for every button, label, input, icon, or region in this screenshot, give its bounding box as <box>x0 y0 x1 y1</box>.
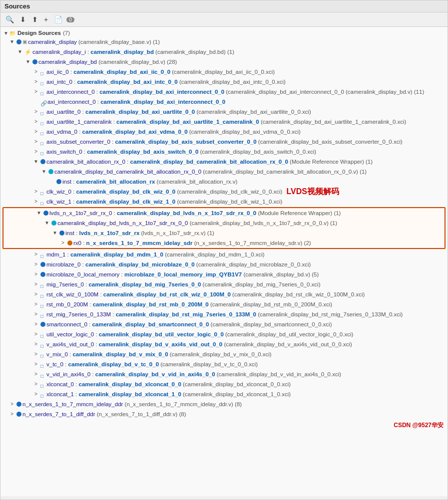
expander[interactable]: > <box>32 117 39 126</box>
tree-row[interactable]: > microblaze_0 : cameralink_display_bd_m… <box>0 259 448 269</box>
expander[interactable]: > <box>32 250 39 259</box>
expander[interactable]: > <box>32 260 39 269</box>
tree-row[interactable]: ▼ cameralink_display_bd_lvds_n_x_1to7_sd… <box>3 218 445 228</box>
tree-row[interactable]: > microblaze_0_local_memory : microblaze… <box>0 269 448 279</box>
expander[interactable]: ▼ <box>43 219 50 228</box>
expander[interactable]: > <box>32 107 39 116</box>
tree-row[interactable]: > □ mdm_1 : cameralink_display_bd_mdm_1_… <box>0 250 448 259</box>
expander <box>32 97 39 106</box>
expander[interactable]: ▼ <box>40 167 47 176</box>
square-icon: □ <box>40 139 45 144</box>
item-name: cameralink_display_bd_lvds_n_x_1to7_sdr_… <box>57 219 188 228</box>
expander[interactable]: > <box>32 380 39 389</box>
expander[interactable]: > <box>32 350 39 359</box>
expander[interactable]: > <box>32 137 39 146</box>
tree-row[interactable]: > □ axi_interconnect_0 : cameralink_disp… <box>0 87 448 97</box>
doc-button[interactable]: 📄 <box>52 14 64 24</box>
section-expander[interactable]: ▼ <box>2 30 9 36</box>
item-name: axis_switch_0 <box>46 147 82 156</box>
expander[interactable]: > <box>32 147 39 156</box>
tree-row[interactable]: > □ axi_uartlite_0 : cameralink_display_… <box>0 107 448 117</box>
collapse-all-button[interactable]: ⬇ <box>18 14 28 24</box>
expander[interactable]: ▼ <box>16 47 23 56</box>
add-button[interactable]: + <box>42 14 50 24</box>
tree-row[interactable]: ▼ ⚡ cameralink_display_i : cameralink_di… <box>0 47 448 57</box>
tree-row[interactable]: > □ xlconcat_1 : cameralink_display_bd_x… <box>0 389 448 399</box>
tree-row[interactable]: > □ clk_wiz_1 : cameralink_display_bd_cl… <box>0 197 448 207</box>
expander[interactable]: > <box>59 239 66 248</box>
tree-row[interactable]: ▼ inst : lvds_n_x_1to7_sdr_rx (lvds_n_x_… <box>3 228 445 238</box>
tree-row[interactable]: ▼ ▣ cameralink_display (cameralink_displ… <box>0 37 448 47</box>
tree-row[interactable]: ▼ cameralink_bit_allocation_rx_0 : camer… <box>0 157 448 167</box>
item-name: rst_mig_7series_0_133M <box>46 310 111 319</box>
expander[interactable]: > <box>32 310 39 319</box>
search-button[interactable]: 🔍 <box>3 14 16 24</box>
tree-row[interactable]: ▼ cameralink_display_bd (cameralink_disp… <box>0 57 448 67</box>
expander[interactable]: > <box>32 330 39 339</box>
dot-icon <box>16 402 21 407</box>
expander[interactable]: > <box>32 197 39 206</box>
expander[interactable]: > <box>8 410 15 419</box>
expander[interactable]: > <box>32 77 39 86</box>
tree-row[interactable]: > □ axis_switch_0 : cameralink_display_b… <box>0 147 448 157</box>
item-name: cameralink_display <box>28 37 77 46</box>
tree-row[interactable]: > rx0 : n_x_serdes_1_to_7_mmcm_idelay_sd… <box>3 238 445 248</box>
item-name: smartconnect_0 <box>46 320 87 329</box>
tree-row[interactable]: > □ axi_uartlite_1_cameralink : camerali… <box>0 117 448 127</box>
expander[interactable]: > <box>32 127 39 136</box>
hierarchy-icon: ⚡ <box>24 47 31 56</box>
tree-row[interactable]: > □ util_vector_logic_0 : cameralink_dis… <box>0 329 448 339</box>
design-sources-header[interactable]: ▼ 📁 Design Sources (7) <box>0 29 448 37</box>
tree-row[interactable]: > □ rst_mb_0_200M : cameralink_display_b… <box>0 299 448 309</box>
tree-row[interactable]: ▼ lvds_n_x_1to7_sdr_rx_0 : cameralink_di… <box>3 208 445 218</box>
tree-row[interactable]: > □ v_tc_0 : cameralink_display_bd_v_tc_… <box>0 359 448 369</box>
tree-row[interactable]: > □ axi_intc_0 : cameralink_display_bd_a… <box>0 77 448 87</box>
tree-row[interactable]: > smartconnect_0 : cameralink_display_bd… <box>0 319 448 329</box>
tree-row[interactable]: > □ axi_iic_0 : cameralink_display_bd_ax… <box>0 67 448 77</box>
tree-container: ▼ 📁 Design Sources (7) ▼ ▣ cameralink_di… <box>0 27 448 496</box>
item-name: inst <box>65 229 74 238</box>
tree-row[interactable]: > □ xlconcat_0 : cameralink_display_bd_x… <box>0 379 448 389</box>
expander[interactable]: > <box>32 320 39 329</box>
item-file: (cameralink_display_bd_lvds_n_x_1to7_sdr… <box>188 219 337 228</box>
expander[interactable]: ▼ <box>32 157 39 166</box>
tree-row[interactable]: > □ v_axi4s_vid_out_0 : cameralink_displ… <box>0 339 448 349</box>
expander[interactable]: ▼ <box>51 229 58 238</box>
expand-all-button[interactable]: ⬆ <box>30 14 40 24</box>
square-icon: □ <box>40 89 45 94</box>
item-file: (cameralink_display_bd.bd) (1) <box>154 47 234 56</box>
expander[interactable]: > <box>32 187 39 196</box>
item-file: (cameralink_display_bd_rst_mig_7series_0… <box>256 310 403 319</box>
square-icon: □ <box>40 362 45 367</box>
expander[interactable]: > <box>32 280 39 289</box>
expander[interactable]: ▼ <box>8 37 15 46</box>
expander[interactable]: > <box>32 67 39 76</box>
tree-row[interactable]: > □ axi_vdma_0 : cameralink_display_bd_a… <box>0 127 448 137</box>
expander[interactable]: > <box>32 390 39 399</box>
tree-row[interactable]: > □ clk_wiz_0 : cameralink_display_bd_cl… <box>0 187 448 197</box>
expander[interactable]: ▼ <box>35 209 42 218</box>
expander[interactable]: > <box>32 290 39 299</box>
dot-icon <box>16 412 21 417</box>
tree-row[interactable]: > n_x_serdes_7_to_1_diff_ddr (n_x_serdes… <box>0 409 448 419</box>
tree-row[interactable]: > □ rst_mig_7series_0_133M : cameralink_… <box>0 309 448 319</box>
expander[interactable]: > <box>32 340 39 349</box>
expander[interactable]: > <box>32 87 39 96</box>
expander[interactable]: > <box>32 300 39 309</box>
tree-row[interactable]: ▼ cameralink_display_bd_cameralink_bit_a… <box>0 167 448 177</box>
tree-row[interactable]: > n_x_serdes_1_to_7_mmcm_idelay_ddr (n_x… <box>0 399 448 409</box>
tree-row[interactable]: > □ rst_clk_wiz_0_100M : cameralink_disp… <box>0 289 448 299</box>
tree-row[interactable]: > □ axis_subset_converter_0 : cameralink… <box>0 137 448 147</box>
expander[interactable]: > <box>8 400 15 409</box>
tree-row[interactable]: > □ v_mix_0 : cameralink_display_bd_v_mi… <box>0 349 448 359</box>
expander[interactable]: > <box>32 270 39 279</box>
tree-row[interactable]: > □ v_vid_in_axi4s_0 : cameralink_displa… <box>0 369 448 379</box>
tree-row[interactable]: > □ mig_7series_0 : cameralink_display_b… <box>0 279 448 289</box>
expander[interactable]: > <box>32 370 39 379</box>
section-label: Design Sources <box>17 30 61 36</box>
expander[interactable]: > <box>32 360 39 369</box>
item-inst: cameralink_display_bd_axi_interconnect_0… <box>100 97 225 106</box>
expander[interactable]: ▼ <box>24 57 31 66</box>
tree-row[interactable]: inst : cameralink_bit_allocation_rx (cam… <box>0 177 448 187</box>
tree-row[interactable]: 🔗 axi_interconnect_0 : cameralink_displa… <box>0 97 448 107</box>
